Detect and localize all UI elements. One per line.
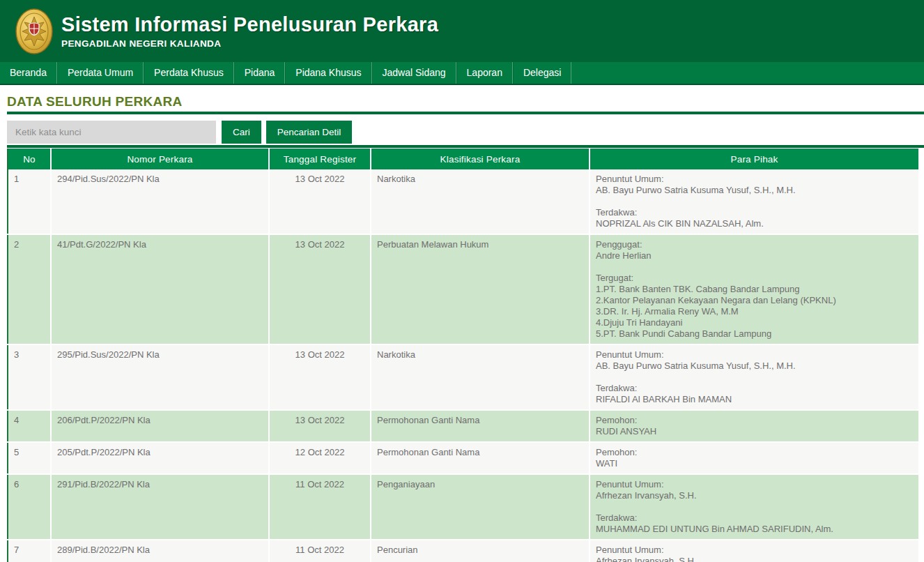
cell-tanggal-register: 13 Oct 2022 [269, 410, 371, 442]
court-seal-logo [15, 8, 53, 54]
cell-nomor-perkara: 205/Pdt.P/2022/PN Kla [51, 442, 269, 474]
cell-klasifikasi-perkara: Penganiayaan [371, 474, 590, 540]
column-header-tanggal-register: Tanggal Register [269, 149, 371, 169]
column-header-nomor-perkara: Nomor Perkara [51, 149, 269, 169]
table-row[interactable]: 7289/Pid.B/2022/PN Kla11 Oct 2022Pencuri… [8, 540, 918, 562]
cell-para-pihak: Pemohon: RUDI ANSYAH [590, 410, 918, 442]
cell-klasifikasi-perkara: Permohonan Ganti Nama [371, 442, 590, 474]
main-nav: BerandaPerdata UmumPerdata KhususPidanaP… [0, 62, 924, 85]
nav-item-perdata-umum[interactable]: Perdata Umum [57, 62, 144, 84]
table-row[interactable]: 6291/Pid.B/2022/PN Kla11 Oct 2022Pengani… [8, 474, 918, 540]
mahkamah-agung-seal-icon [15, 8, 53, 54]
cell-para-pihak: Penuntut Umum: Afrhezan Irvansyah, S.H. … [590, 474, 918, 540]
cell-para-pihak: Penuntut Umum: AB. Bayu Purwo Satria Kus… [590, 169, 918, 234]
cell-nomor-perkara: 206/Pdt.P/2022/PN Kla [51, 410, 269, 442]
case-table: NoNomor PerkaraTanggal RegisterKlasifika… [7, 149, 918, 562]
nav-item-beranda[interactable]: Beranda [0, 62, 57, 84]
table-row[interactable]: 241/Pdt.G/2022/PN Kla13 Oct 2022Perbuata… [8, 234, 918, 344]
cell-no: 4 [8, 410, 51, 442]
table-header-row: NoNomor PerkaraTanggal RegisterKlasifika… [8, 149, 918, 169]
cell-nomor-perkara: 294/Pid.Sus/2022/PN Kla [51, 169, 269, 234]
table-row[interactable]: 1294/Pid.Sus/2022/PN Kla13 Oct 2022Narko… [8, 169, 918, 234]
table-row[interactable]: 5205/Pdt.P/2022/PN Kla12 Oct 2022Permoho… [8, 442, 918, 474]
site-header: Sistem Informasi Penelusuran Perkara PEN… [0, 0, 924, 62]
cell-para-pihak: Penuntut Umum: Afrhezan Irvansyah, S.H. [590, 540, 918, 562]
cell-no: 7 [8, 540, 51, 562]
cell-tanggal-register: 11 Oct 2022 [269, 540, 371, 562]
case-table-body: 1294/Pid.Sus/2022/PN Kla13 Oct 2022Narko… [8, 169, 918, 562]
cell-no: 3 [8, 344, 51, 410]
cell-klasifikasi-perkara: Perbuatan Melawan Hukum [371, 234, 590, 344]
table-top-rule [7, 145, 924, 148]
cell-tanggal-register: 13 Oct 2022 [269, 234, 371, 344]
nav-item-perdata-khusus[interactable]: Perdata Khusus [144, 62, 234, 84]
cell-no: 6 [8, 474, 51, 540]
cell-para-pihak: Pemohon: WATI [590, 442, 918, 474]
cell-nomor-perkara: 41/Pdt.G/2022/PN Kla [51, 234, 269, 344]
page-title: DATA SELURUH PERKARA [7, 94, 924, 109]
cell-nomor-perkara: 295/Pid.Sus/2022/PN Kla [51, 344, 269, 410]
court-name: PENGADILAN NEGERI KALIANDA [61, 38, 438, 49]
column-header-para-pihak: Para Pihak [590, 149, 918, 169]
cell-tanggal-register: 13 Oct 2022 [269, 344, 371, 410]
cell-klasifikasi-perkara: Permohonan Ganti Nama [371, 410, 590, 442]
nav-item-laporan[interactable]: Laporan [456, 62, 513, 84]
table-row[interactable]: 4206/Pdt.P/2022/PN Kla13 Oct 2022Permoho… [8, 410, 918, 442]
column-header-no: No [8, 149, 51, 169]
cell-klasifikasi-perkara: Narkotika [371, 344, 590, 410]
search-input[interactable] [7, 121, 216, 144]
search-bar: Cari Pencarian Detil [7, 121, 924, 144]
cell-nomor-perkara: 289/Pid.B/2022/PN Kla [51, 540, 269, 562]
search-button[interactable]: Cari [222, 121, 261, 144]
nav-item-jadwal-sidang[interactable]: Jadwal Sidang [372, 62, 456, 84]
cell-klasifikasi-perkara: Pencurian [371, 540, 590, 562]
column-header-klasifikasi-perkara: Klasifikasi Perkara [371, 149, 590, 169]
app-title: Sistem Informasi Penelusuran Perkara [61, 13, 438, 36]
nav-item-pidana[interactable]: Pidana [234, 62, 286, 84]
cell-no: 2 [8, 234, 51, 344]
cell-para-pihak: Penuntut Umum: AB. Bayu Purwo Satria Kus… [590, 344, 918, 410]
cell-tanggal-register: 13 Oct 2022 [269, 169, 371, 234]
table-row[interactable]: 3295/Pid.Sus/2022/PN Kla13 Oct 2022Narko… [8, 344, 918, 410]
cell-tanggal-register: 12 Oct 2022 [269, 442, 371, 474]
cell-tanggal-register: 11 Oct 2022 [269, 474, 371, 540]
nav-item-pidana-khusus[interactable]: Pidana Khusus [285, 62, 371, 84]
cell-nomor-perkara: 291/Pid.B/2022/PN Kla [51, 474, 269, 540]
title-underline [7, 112, 924, 114]
cell-klasifikasi-perkara: Narkotika [371, 169, 590, 234]
cell-no: 5 [8, 442, 51, 474]
cell-no: 1 [8, 169, 51, 234]
nav-item-delegasi[interactable]: Delegasi [513, 62, 571, 84]
content-area: DATA SELURUH PERKARA Cari Pencarian Deti… [0, 85, 924, 562]
cell-para-pihak: Penggugat: Andre Herlian Tergugat: 1.PT.… [590, 234, 918, 344]
advanced-search-button[interactable]: Pencarian Detil [266, 121, 353, 144]
